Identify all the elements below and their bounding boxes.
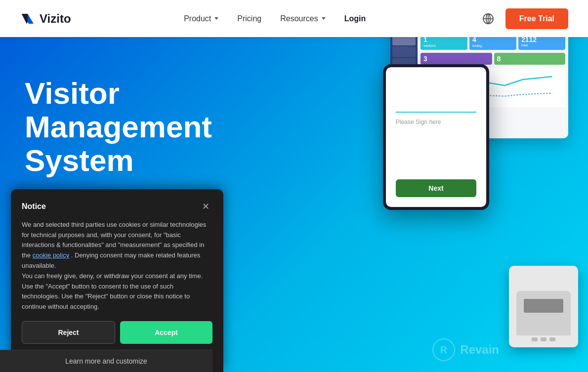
free-trial-button[interactable]: Free Trial [505,8,568,29]
notice-title: Notice [22,202,46,211]
tablet-next-button[interactable]: Next [396,179,476,197]
hero-title: Visitor Management System [25,77,232,178]
nav-pricing[interactable]: Pricing [230,10,268,27]
notice-close-button[interactable]: ✕ [199,200,212,213]
resources-dropdown-icon [322,17,326,20]
revain-watermark: R Revain [431,337,499,362]
notice-body-text2: . Denying consent may make related featu… [22,251,203,310]
logo[interactable]: Vizito [20,11,71,27]
printer-btn [549,337,555,341]
tablet-sign-text: Please Sign here [396,119,441,125]
printer-top [516,291,571,335]
notice-header: Notice ✕ [22,200,212,213]
notice-actions: Reject Accept [22,321,212,344]
notice-modal: Notice ✕ We and selected third parties u… [11,189,223,372]
tablet-screen: Please Sign here Next [386,67,486,207]
revain-text: Revain [460,343,499,357]
svg-text:R: R [440,344,448,355]
tablet-mockup: Please Sign here Next [383,64,489,210]
nav-login[interactable]: Login [337,10,373,27]
printer-mockup [509,266,578,347]
notice-body: We and selected third parties use cookie… [22,220,212,312]
brand-name: Vizito [40,12,71,26]
notice-customize-row: Learn more and customize [11,350,223,372]
printer-btn [532,337,538,341]
nav-resources[interactable]: Resources [273,10,332,27]
dash-sidebar-item [392,46,416,57]
printer-screen [524,299,563,313]
nav-product[interactable]: Product [177,10,225,27]
notice-reject-button[interactable]: Reject [22,321,115,344]
printer-btn [541,337,546,341]
dash-stat-green: 8 [494,53,566,65]
logo-icon [20,11,36,27]
nav-links: Product Pricing Resources Login [177,10,373,27]
notice-customize-button[interactable]: Learn more and customize [0,350,212,372]
tablet-sign-line [396,112,476,113]
globe-icon [482,13,494,25]
revain-logo-icon: R [431,337,456,362]
language-selector[interactable] [479,9,498,28]
tablet-content: Please Sign here [396,77,476,179]
navbar: Vizito Product Pricing Resources Login F… [0,0,588,37]
cookie-policy-link[interactable]: cookie policy [33,251,69,259]
product-dropdown-icon [214,17,218,20]
printer-buttons [532,337,555,341]
nav-actions: Free Trial [479,8,568,29]
dash-stat-purple: 3 [420,53,492,65]
notice-accept-button[interactable]: Accept [120,321,212,344]
